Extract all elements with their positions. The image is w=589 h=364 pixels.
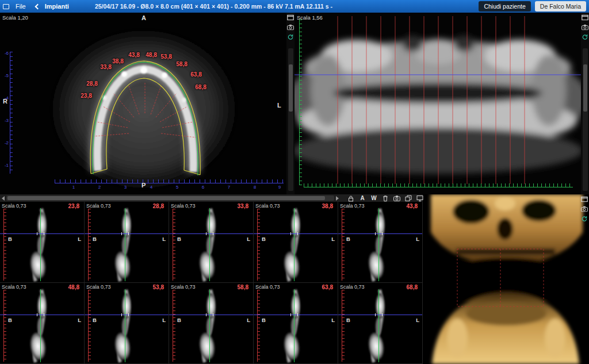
orientation-lingual: L (416, 236, 419, 242)
curve-position-line[interactable] (125, 208, 125, 281)
cross-section-panel[interactable]: Scala 0,73 58,8 B L (169, 283, 254, 364)
orientation-buccal: B (262, 317, 266, 323)
camera-icon[interactable] (582, 24, 588, 30)
section-scale-label: Scala 0,73 (86, 284, 111, 290)
orientation-buccal: B (8, 317, 12, 323)
orientation-lingual: L (247, 317, 250, 323)
cross-section-panel[interactable]: Scala 0,73 43,8 B L (338, 202, 423, 283)
text-annotation-icon[interactable]: A (359, 195, 366, 202)
axial-level-line[interactable] (338, 233, 422, 234)
implant-position-label[interactable]: 43,8 (128, 52, 139, 58)
scrollbar-thumb[interactable] (7, 196, 325, 200)
implant-position-label[interactable]: 53,8 (160, 53, 171, 60)
curve-position-line[interactable] (294, 289, 294, 362)
axial-ct-image[interactable] (0, 13, 286, 194)
axial-level-line[interactable] (0, 233, 84, 234)
curve-position-line[interactable] (378, 289, 379, 362)
axial-level-line[interactable] (85, 315, 169, 315)
axial-level-line[interactable] (254, 233, 338, 234)
orientation-buccal: B (93, 317, 97, 323)
implant-position-label[interactable]: 63,8 (190, 71, 201, 78)
vertical-scrollbar[interactable] (288, 48, 293, 191)
scrollbar-thumb[interactable] (289, 64, 293, 112)
tile-windows-icon[interactable] (405, 195, 412, 202)
axial-level-line[interactable] (254, 315, 338, 315)
patient-name-button[interactable]: De Falco Maria (535, 1, 586, 12)
horizontal-ruler (55, 183, 284, 183)
section-position-label: 53,8 (153, 284, 164, 290)
implant-position-label[interactable]: 68,8 (195, 84, 206, 90)
panoramic-view-panel[interactable]: Scala 1,56 (294, 13, 589, 194)
file-menu[interactable]: File (13, 3, 28, 10)
camera-icon[interactable] (287, 24, 294, 30)
vertical-scrollbar[interactable] (583, 48, 588, 191)
section-toolbar: A W (0, 194, 423, 202)
maximize-icon[interactable] (582, 14, 588, 21)
axial-level-line[interactable] (0, 315, 84, 315)
camera-icon[interactable] (393, 195, 400, 202)
cross-section-panel[interactable]: Scala 0,73 68,8 B L (338, 283, 423, 364)
orientation-buccal: B (346, 317, 350, 323)
tab-impianti[interactable]: Impianti (45, 3, 69, 10)
ruler-number: 8 (254, 185, 256, 190)
section-position-label: 68,8 (407, 284, 418, 290)
orientation-lingual: L (331, 317, 335, 323)
ruler-number: 7 (228, 185, 230, 190)
implant-position-label[interactable]: 48,8 (146, 52, 156, 58)
implant-position-label[interactable]: 33,8 (100, 64, 111, 70)
curve-position-line[interactable] (294, 208, 294, 281)
section-position-label: 28,8 (153, 203, 164, 209)
implant-position-label[interactable]: 28,8 (86, 81, 97, 87)
cross-section-panel[interactable]: Scala 0,73 48,8 B L (0, 283, 85, 364)
cross-section-panel[interactable]: Scala 0,73 63,8 B L (254, 283, 338, 364)
cross-section-panel[interactable]: Scala 0,73 28,8 B L (85, 202, 169, 283)
section-scale-label: Scala 0,73 (2, 203, 26, 209)
horizontal-scrollbar[interactable] (6, 196, 334, 201)
axial-level-line[interactable] (338, 315, 422, 315)
cross-section-panel[interactable]: Scala 0,73 38,8 B L (254, 202, 338, 283)
implant-position-label[interactable]: 38,8 (112, 58, 123, 64)
close-patient-button[interactable]: Chiudi paziente (479, 1, 530, 12)
cross-section-panel[interactable]: Scala 0,73 33,8 B L (169, 202, 254, 283)
cross-section-panel[interactable]: Scala 0,73 53,8 B L (85, 283, 169, 364)
volume-render-panel[interactable] (423, 194, 589, 364)
scrollbar-thumb[interactable] (583, 64, 587, 112)
monitor-icon[interactable] (416, 195, 423, 202)
axial-level-line[interactable] (85, 233, 169, 234)
maximize-icon[interactable] (287, 14, 294, 21)
cross-section-panel[interactable]: Scala 0,73 23,8 B L (0, 202, 85, 283)
horizontal-ruler-ticks (55, 179, 284, 183)
curve-position-line[interactable] (209, 208, 210, 281)
maximize-icon[interactable] (581, 196, 588, 202)
scroll-right-icon[interactable] (336, 196, 339, 201)
rotate-3d-icon[interactable] (287, 34, 294, 40)
width-measure-icon[interactable]: W (370, 195, 377, 202)
orientation-lingual: L (247, 236, 250, 242)
curve-position-line[interactable] (40, 208, 41, 281)
orientation-lingual: L (78, 317, 81, 323)
axial-level-line[interactable] (169, 315, 253, 315)
implant-position-label[interactable]: 58,8 (176, 61, 187, 67)
curve-position-line[interactable] (125, 289, 125, 362)
scale-label: Scala 1,56 (297, 14, 323, 21)
orientation-lingual: L (331, 236, 335, 242)
axial-view-panel[interactable]: Scala 1,20 A R L P 23,8 28,8 33,8 38,8 4… (0, 13, 294, 194)
camera-icon[interactable] (581, 206, 588, 212)
lock-icon[interactable] (347, 195, 354, 202)
curve-position-line[interactable] (378, 208, 379, 281)
implant-position-label[interactable]: 23,8 (81, 93, 91, 99)
delete-icon[interactable] (382, 195, 389, 202)
back-icon[interactable] (35, 3, 40, 9)
volume-render-image[interactable] (423, 194, 589, 364)
axial-level-line[interactable] (169, 233, 253, 234)
scale-label: Scala 1,20 (2, 14, 28, 21)
section-scale-label: Scala 0,73 (340, 284, 365, 290)
rotate-3d-icon[interactable] (581, 216, 588, 222)
scroll-left-icon[interactable] (2, 196, 5, 201)
axial-panel-tools (286, 13, 294, 194)
rotate-3d-icon[interactable] (582, 34, 588, 40)
curve-position-line[interactable] (209, 289, 210, 362)
panoramic-ct-image[interactable] (294, 13, 581, 194)
curve-position-line[interactable] (40, 289, 41, 362)
section-position-label: 58,8 (238, 284, 248, 290)
